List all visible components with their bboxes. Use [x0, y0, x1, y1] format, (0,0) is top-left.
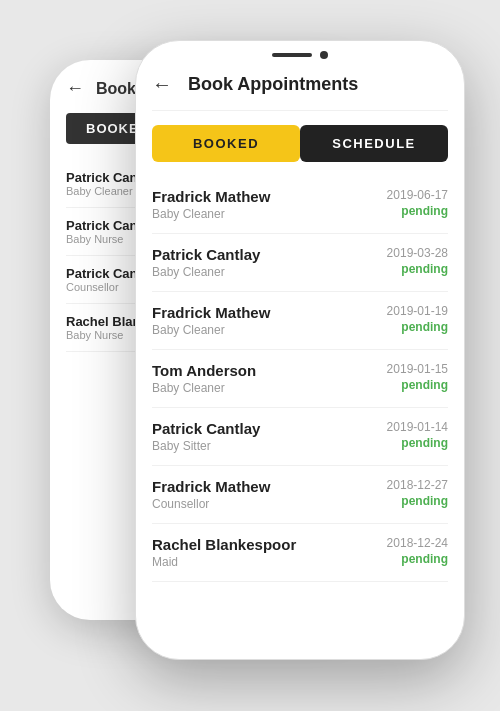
phone-front: ← Book Appointments BOOKED SCHEDULE Frad… — [135, 40, 465, 660]
appt-date: 2019-01-14 — [387, 420, 448, 434]
appt-name: Fradrick Mathew — [152, 478, 270, 495]
appt-left: Fradrick Mathew Counsellor — [152, 478, 270, 511]
appt-status: pending — [387, 436, 448, 450]
back-arrow-icon: ← — [66, 78, 84, 99]
appointment-list: Fradrick Mathew Baby Cleaner 2019-06-17 … — [152, 176, 448, 582]
phone-notch — [136, 41, 464, 63]
appointment-item[interactable]: Tom Anderson Baby Cleaner 2019-01-15 pen… — [152, 350, 448, 408]
appt-status: pending — [387, 378, 448, 392]
notch-dot — [320, 51, 328, 59]
appointment-item[interactable]: Patrick Cantlay Baby Cleaner 2019-03-28 … — [152, 234, 448, 292]
appt-date: 2018-12-24 — [387, 536, 448, 550]
appt-left: Tom Anderson Baby Cleaner — [152, 362, 256, 395]
appt-status: pending — [387, 262, 448, 276]
tab-row: BOOKED SCHEDULE — [152, 125, 448, 162]
appt-date: 2019-03-28 — [387, 246, 448, 260]
appt-right: 2019-06-17 pending — [387, 188, 448, 218]
appointment-item[interactable]: Fradrick Mathew Counsellor 2018-12-27 pe… — [152, 466, 448, 524]
appt-name: Tom Anderson — [152, 362, 256, 379]
appt-right: 2019-01-15 pending — [387, 362, 448, 392]
appt-date: 2019-01-15 — [387, 362, 448, 376]
appt-right: 2019-01-19 pending — [387, 304, 448, 334]
appt-date: 2018-12-27 — [387, 478, 448, 492]
tab-booked[interactable]: BOOKED — [152, 125, 300, 162]
appt-left: Fradrick Mathew Baby Cleaner — [152, 304, 270, 337]
appt-role: Baby Cleaner — [152, 207, 270, 221]
appt-right: 2019-03-28 pending — [387, 246, 448, 276]
notch-bar — [272, 53, 312, 57]
appointment-item[interactable]: Fradrick Mathew Baby Cleaner 2019-06-17 … — [152, 176, 448, 234]
appointment-item[interactable]: Patrick Cantlay Baby Sitter 2019-01-14 p… — [152, 408, 448, 466]
appt-role: Baby Cleaner — [152, 265, 260, 279]
tab-schedule[interactable]: SCHEDULE — [300, 125, 448, 162]
page-title: Book Appointments — [188, 74, 358, 95]
appt-status: pending — [387, 320, 448, 334]
appt-left: Patrick Cantlay Baby Cleaner — [152, 246, 260, 279]
appt-left: Fradrick Mathew Baby Cleaner — [152, 188, 270, 221]
appt-left: Patrick Cantlay Baby Sitter — [152, 420, 260, 453]
appt-role: Baby Cleaner — [152, 323, 270, 337]
appt-status: pending — [387, 204, 448, 218]
appt-role: Baby Cleaner — [152, 381, 256, 395]
appt-name: Patrick Cantlay — [152, 246, 260, 263]
appt-status: pending — [387, 552, 448, 566]
appointment-item[interactable]: Rachel Blankespoor Maid 2018-12-24 pendi… — [152, 524, 448, 582]
appt-name: Patrick Cantlay — [152, 420, 260, 437]
appt-right: 2019-01-14 pending — [387, 420, 448, 450]
back-button[interactable]: ← — [152, 73, 172, 96]
appt-role: Counsellor — [152, 497, 270, 511]
appt-date: 2019-01-19 — [387, 304, 448, 318]
screen-header: ← Book Appointments — [152, 63, 448, 111]
appt-right: 2018-12-27 pending — [387, 478, 448, 508]
appt-status: pending — [387, 494, 448, 508]
appt-role: Baby Sitter — [152, 439, 260, 453]
appt-name: Fradrick Mathew — [152, 188, 270, 205]
appt-right: 2018-12-24 pending — [387, 536, 448, 566]
appt-name: Rachel Blankespoor — [152, 536, 296, 553]
appt-role: Maid — [152, 555, 296, 569]
appt-left: Rachel Blankespoor Maid — [152, 536, 296, 569]
appointment-item[interactable]: Fradrick Mathew Baby Cleaner 2019-01-19 … — [152, 292, 448, 350]
appt-name: Fradrick Mathew — [152, 304, 270, 321]
appt-date: 2019-06-17 — [387, 188, 448, 202]
